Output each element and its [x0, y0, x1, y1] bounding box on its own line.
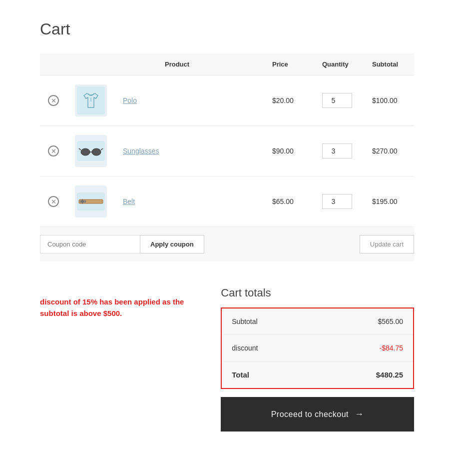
remove-item-button[interactable]: ✕: [48, 196, 59, 207]
product-image: [75, 186, 107, 218]
quantity-input[interactable]: [322, 93, 352, 108]
product-image: [75, 135, 107, 167]
product-subtotal-cell: $100.00: [364, 76, 414, 126]
totals-row: Subtotal $565.00: [222, 308, 413, 335]
discount-notice: discount of 15% has been applied as the …: [40, 286, 201, 319]
product-name-cell: Sunglasses: [115, 126, 264, 176]
product-price-cell: $20.00: [264, 76, 314, 126]
cart-totals-title: Cart totals: [221, 286, 414, 300]
col-header-quantity: Quantity: [314, 54, 364, 76]
apply-coupon-button[interactable]: Apply coupon: [140, 235, 204, 254]
product-image-cell: [67, 126, 115, 176]
totals-value: $565.00: [378, 318, 403, 326]
remove-icon: ✕: [48, 146, 59, 156]
col-header-product: Product: [115, 54, 264, 76]
update-cart-button[interactable]: Update cart: [360, 235, 414, 254]
product-link[interactable]: Polo: [123, 96, 137, 104]
product-subtotal-cell: $195.00: [364, 176, 414, 227]
totals-row: discount -$84.75: [222, 335, 413, 362]
update-cart-wrapper: Update cart: [360, 235, 414, 254]
totals-label: discount: [232, 344, 258, 352]
product-name-cell: Belt: [115, 176, 264, 227]
product-subtotal: $195.00: [372, 198, 398, 206]
remove-cell: ✕: [40, 126, 67, 176]
product-price: $65.00: [272, 198, 294, 206]
coupon-row: Apply coupon Update cart: [40, 226, 414, 262]
checkout-btn-wrapper: Proceed to checkout →: [221, 397, 414, 432]
totals-label: Subtotal: [232, 318, 257, 326]
product-link[interactable]: Sunglasses: [123, 147, 159, 155]
discount-notice-text: discount of 15% has been applied as the …: [40, 298, 184, 318]
totals-row: Total $480.25: [222, 362, 413, 388]
table-row: ✕ Sunglasses $90.00: [40, 126, 414, 176]
product-quantity-cell: [314, 176, 364, 227]
remove-icon: ✕: [48, 95, 59, 106]
checkout-arrow-icon: →: [355, 409, 364, 420]
svg-point-4: [92, 148, 101, 156]
col-header-subtotal: Subtotal: [364, 54, 414, 76]
product-image: [75, 84, 107, 116]
remove-cell: ✕: [40, 176, 67, 227]
product-price: $20.00: [272, 96, 294, 104]
product-image-cell: [67, 176, 115, 227]
table-row: ✕ Polo $20.00: [40, 76, 414, 126]
table-row: ✕ Belt $65.00: [40, 176, 414, 227]
product-quantity-cell: [314, 126, 364, 176]
product-subtotal-cell: $270.00: [364, 126, 414, 176]
product-price-cell: $90.00: [264, 126, 314, 176]
col-header-remove: [40, 54, 67, 76]
cart-table: Product Price Quantity Subtotal ✕: [40, 54, 414, 226]
product-price-cell: $65.00: [264, 176, 314, 227]
coupon-input[interactable]: [40, 235, 140, 254]
page-title: Cart: [40, 20, 414, 38]
totals-label: Total: [232, 370, 249, 379]
page-wrapper: Cart Product Price Quantity Subtotal ✕: [0, 0, 454, 452]
product-quantity-cell: [314, 76, 364, 126]
product-name-cell: Polo: [115, 76, 264, 126]
coupon-left: Apply coupon: [40, 235, 204, 254]
remove-item-button[interactable]: ✕: [48, 95, 59, 106]
remove-item-button[interactable]: ✕: [48, 146, 59, 156]
bottom-section: discount of 15% has been applied as the …: [40, 286, 414, 432]
cart-totals-panel: Cart totals Subtotal $565.00 discount -$…: [221, 286, 414, 432]
checkout-label: Proceed to checkout: [271, 410, 349, 419]
totals-value: -$84.75: [380, 344, 403, 352]
product-price: $90.00: [272, 147, 294, 155]
proceed-to-checkout-button[interactable]: Proceed to checkout →: [221, 397, 414, 432]
product-image-cell: [67, 76, 115, 126]
remove-cell: ✕: [40, 76, 67, 126]
product-subtotal: $270.00: [372, 147, 398, 155]
product-link[interactable]: Belt: [123, 198, 135, 206]
totals-value: $480.25: [376, 370, 403, 379]
totals-box: Subtotal $565.00 discount -$84.75 Total …: [221, 308, 414, 389]
product-subtotal: $100.00: [372, 96, 398, 104]
col-header-price: Price: [264, 54, 314, 76]
remove-icon: ✕: [48, 196, 59, 207]
quantity-input[interactable]: [322, 144, 352, 158]
svg-point-12: [81, 200, 83, 202]
quantity-input[interactable]: [322, 194, 352, 209]
svg-point-3: [81, 148, 90, 156]
col-header-image: [67, 54, 115, 76]
